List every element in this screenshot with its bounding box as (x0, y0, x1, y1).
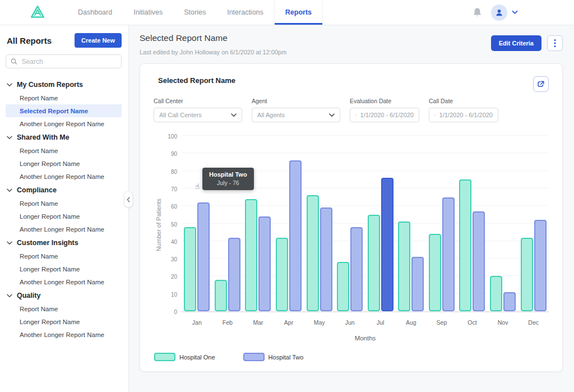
bar-group-mar (243, 137, 274, 311)
user-avatar[interactable] (491, 4, 507, 21)
bar-hospital-one-oct[interactable] (459, 179, 471, 311)
y-tick-50: 50 (171, 222, 177, 228)
bar-hospital-two-may[interactable] (320, 207, 332, 311)
create-new-button[interactable]: Create New (75, 33, 122, 48)
report-item-another-longer-report-name[interactable]: Another Longer Report Name (6, 117, 122, 130)
filter-dropdown-call-center[interactable]: All Call Centers (154, 108, 242, 122)
report-item-another-longer-report-name[interactable]: Another Longer Report Name (6, 328, 122, 341)
report-item-longer-report-name[interactable]: Longer Report Name (6, 210, 122, 223)
x-label-aug: Aug (396, 319, 427, 326)
nav-item-stories[interactable]: Stories (173, 0, 216, 25)
bar-hospital-two-jul-highlighted[interactable] (381, 178, 394, 311)
filter-value: All Agents (257, 112, 325, 118)
bar-hospital-two-aug[interactable] (411, 257, 424, 311)
bar-hospital-two-mar[interactable] (258, 216, 271, 311)
edit-criteria-button[interactable]: Edit Criteria (491, 35, 541, 51)
bar-hospital-one-aug[interactable] (398, 222, 410, 311)
bar-hospital-one-nov[interactable] (490, 276, 502, 311)
report-item-longer-report-name[interactable]: Longer Report Name (6, 262, 122, 275)
report-item-longer-report-name[interactable]: Longer Report Name (6, 157, 122, 170)
y-tick-20: 20 (171, 274, 177, 280)
legend-item-hospital-two[interactable]: Hospital Two (243, 353, 304, 361)
bar-hospital-two-nov[interactable] (503, 292, 516, 311)
tree-section-my-custom-reports[interactable]: My Custom Reports (6, 77, 122, 91)
plot-area: Hospital Two July - 76 ☝ (182, 137, 549, 312)
x-label-nov: Nov (488, 319, 519, 326)
more-options-button[interactable] (547, 35, 563, 51)
bar-group-may (304, 137, 335, 311)
tree-section-label: My Custom Reports (17, 81, 83, 89)
bar-hospital-one-jun[interactable] (337, 262, 349, 311)
nav-item-reports[interactable]: Reports (274, 0, 323, 25)
nav-item-dashboard[interactable]: Dashboard (67, 0, 123, 25)
export-icon (537, 80, 545, 88)
export-button[interactable] (533, 76, 549, 92)
bar-hospital-two-apr[interactable] (289, 160, 302, 311)
x-label-oct: Oct (457, 319, 488, 326)
report-item-another-longer-report-name[interactable]: Another Longer Report Name (6, 170, 122, 183)
report-item-report-name[interactable]: Report Name (6, 302, 122, 315)
tree-section-compliance[interactable]: Compliance (6, 183, 122, 197)
user-menu[interactable] (491, 4, 518, 21)
filter-daterange-evaluation-date[interactable]: 1/1/2020 - 6/1/2020 (350, 108, 419, 122)
bar-hospital-one-apr[interactable] (276, 238, 288, 311)
bar-hospital-two-oct[interactable] (473, 211, 485, 311)
report-item-selected-report-name[interactable]: Selected Report Name (6, 104, 122, 117)
notification-bell-icon[interactable] (473, 7, 482, 17)
bar-hospital-one-may[interactable] (307, 195, 319, 311)
filter-daterange-call-date[interactable]: 1/1/2020 - 6/1/2020 (429, 108, 498, 122)
report-item-longer-report-name[interactable]: Longer Report Name (6, 315, 122, 328)
bar-hospital-one-jul[interactable] (368, 215, 380, 311)
brand-logo-icon[interactable] (29, 4, 46, 21)
tree-section-label: Customer Insights (17, 239, 78, 247)
y-tick-100: 100 (168, 133, 177, 140)
tree-section-label: Quality (17, 292, 40, 299)
tree-section-shared-with-me[interactable]: Shared With Me (6, 130, 122, 144)
reports-sidebar: All Reports Create New My Custom Reports… (0, 25, 129, 392)
filter-call-date: Call Date1/1/2020 - 6/1/2020 (429, 98, 498, 122)
y-tick-70: 70 (171, 186, 177, 192)
bar-group-oct (457, 137, 488, 311)
bar-hospital-one-jan[interactable] (184, 227, 196, 311)
report-item-another-longer-report-name[interactable]: Another Longer Report Name (6, 275, 122, 288)
calendar-icon (434, 112, 436, 119)
nav-item-initiatives[interactable]: Initiatives (123, 0, 173, 25)
bar-hospital-two-jan[interactable] (197, 202, 210, 311)
sidebar-collapse-handle[interactable] (124, 191, 133, 207)
chart-tooltip: Hospital Two July - 76 (202, 168, 254, 190)
x-axis-labels: JanFebMarAprMayJunJulAugSepOctNovDec (182, 319, 549, 326)
legend-item-hospital-one[interactable]: Hospital One (154, 353, 215, 361)
bar-hospital-two-jun[interactable] (350, 227, 363, 311)
bar-hospital-two-dec[interactable] (534, 220, 547, 311)
bar-hospital-one-dec[interactable] (521, 238, 533, 311)
filter-value: 1/1/2020 - 6/1/2020 (360, 112, 414, 118)
chevron-down-icon (7, 136, 12, 140)
bar-hospital-one-feb[interactable] (215, 280, 227, 311)
tree-section-customer-insights[interactable]: Customer Insights (6, 236, 122, 250)
report-item-report-name[interactable]: Report Name (6, 250, 122, 262)
report-item-report-name[interactable]: Report Name (6, 91, 122, 104)
y-tick-0: 0 (174, 309, 177, 315)
bar-group-apr (274, 137, 304, 311)
nav-item-interactions[interactable]: Interactions (216, 0, 274, 25)
bar-hospital-two-feb[interactable] (228, 238, 240, 311)
tree-section-label: Compliance (17, 186, 57, 194)
filter-label: Evaluation Date (350, 98, 419, 104)
report-item-another-longer-report-name[interactable]: Another Longer Report Name (6, 223, 122, 236)
tree-section-quality[interactable]: Quality (6, 288, 122, 302)
bar-hospital-one-mar[interactable] (245, 199, 257, 311)
bar-group-feb (212, 137, 243, 311)
filter-label: Agent (252, 98, 340, 104)
report-item-report-name[interactable]: Report Name (6, 197, 122, 210)
report-search[interactable] (6, 54, 122, 68)
tooltip-value: July - 76 (209, 179, 247, 186)
y-tick-10: 10 (171, 292, 177, 298)
cursor-pointer-icon: ☝ (195, 182, 200, 191)
report-item-report-name[interactable]: Report Name (6, 144, 122, 157)
search-input[interactable] (22, 58, 117, 66)
chevron-down-icon (7, 294, 12, 298)
bar-hospital-two-sep[interactable] (442, 197, 455, 311)
chevron-down-icon[interactable] (512, 10, 518, 15)
bar-hospital-one-sep[interactable] (429, 234, 441, 311)
filter-dropdown-agent[interactable]: All Agents (252, 108, 340, 122)
